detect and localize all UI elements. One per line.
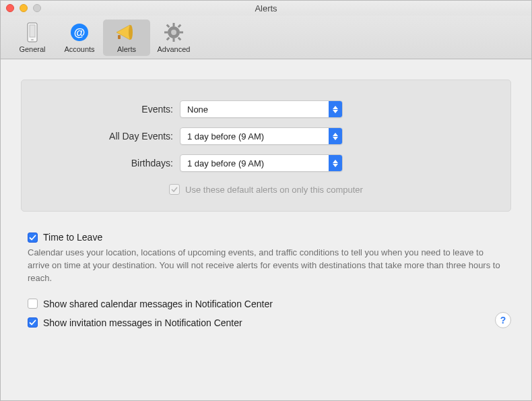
svg-rect-8 xyxy=(173,23,175,26)
lower-options: Time to Leave Calendar uses your locatio… xyxy=(21,212,511,328)
all-day-events-label: All Day Events: xyxy=(62,131,180,142)
events-popup-value: None xyxy=(180,104,329,115)
default-alerts-panel: Events: None All Day Events: 1 day befor… xyxy=(21,80,511,212)
chevron-up-down-icon xyxy=(329,101,342,117)
titlebar: Alerts xyxy=(1,1,531,16)
minimize-window-button[interactable] xyxy=(20,4,28,12)
svg-rect-14 xyxy=(166,37,170,41)
time-to-leave-description: Calendar uses your location, locations o… xyxy=(28,247,504,285)
svg-point-5 xyxy=(129,25,133,40)
svg-point-16 xyxy=(171,30,176,35)
tab-accounts[interactable]: @ Accounts xyxy=(56,20,103,56)
svg-rect-2 xyxy=(31,39,34,40)
svg-rect-12 xyxy=(166,24,170,28)
birthdays-label: Birthdays: xyxy=(62,158,180,168)
content-area: Events: None All Day Events: 1 day befor… xyxy=(1,59,531,400)
events-label: Events: xyxy=(62,104,180,115)
tab-alerts-label: Alerts xyxy=(103,45,150,53)
svg-rect-15 xyxy=(178,37,182,41)
svg-rect-10 xyxy=(164,32,168,34)
window-controls xyxy=(6,4,41,12)
shared-messages-checkbox[interactable] xyxy=(28,299,38,309)
row-events: Events: None xyxy=(62,100,470,118)
zoom-window-button xyxy=(33,4,41,12)
svg-rect-9 xyxy=(173,38,175,42)
use-default-alerts-checkbox xyxy=(169,184,180,195)
all-day-events-popup-value: 1 day before (9 AM) xyxy=(180,131,329,142)
birthdays-popup-value: 1 day before (9 AM) xyxy=(180,158,329,168)
svg-rect-6 xyxy=(118,35,121,39)
svg-rect-11 xyxy=(180,32,183,34)
help-button[interactable]: ? xyxy=(495,312,511,328)
use-default-alerts-row: Use these default alerts on only this co… xyxy=(62,184,470,195)
tab-alerts[interactable]: Alerts xyxy=(103,20,150,56)
tab-general-label: General xyxy=(9,45,56,53)
shared-messages-label: Show shared calendar messages in Notific… xyxy=(43,299,273,309)
time-to-leave-checkbox[interactable] xyxy=(28,233,38,243)
svg-rect-13 xyxy=(178,24,182,28)
time-to-leave-label: Time to Leave xyxy=(43,232,102,243)
invitation-messages-checkbox[interactable] xyxy=(28,317,38,328)
row-all-day-events: All Day Events: 1 day before (9 AM) xyxy=(62,127,470,145)
general-icon xyxy=(9,21,56,44)
toolbar: General @ Accounts Alerts xyxy=(1,16,531,59)
chevron-up-down-icon xyxy=(329,155,342,171)
advanced-icon xyxy=(150,21,197,44)
tab-advanced-label: Advanced xyxy=(150,45,197,53)
close-window-button[interactable] xyxy=(6,4,14,12)
events-popup[interactable]: None xyxy=(180,100,343,118)
chevron-up-down-icon xyxy=(329,128,342,144)
use-default-alerts-label: Use these default alerts on only this co… xyxy=(185,185,363,195)
birthdays-popup[interactable]: 1 day before (9 AM) xyxy=(180,154,343,172)
invitation-messages-row: Show invitation messages in Notification… xyxy=(28,317,504,328)
help-icon: ? xyxy=(500,315,506,326)
tab-general[interactable]: General xyxy=(9,20,56,56)
alerts-icon xyxy=(103,21,150,44)
all-day-events-popup[interactable]: 1 day before (9 AM) xyxy=(180,127,343,145)
window-title: Alerts xyxy=(1,3,531,13)
tab-accounts-label: Accounts xyxy=(56,45,103,53)
invitation-messages-label: Show invitation messages in Notification… xyxy=(43,317,242,328)
svg-text:@: @ xyxy=(74,26,86,39)
row-birthdays: Birthdays: 1 day before (9 AM) xyxy=(62,154,470,172)
tab-advanced[interactable]: Advanced xyxy=(150,20,197,56)
preferences-window: Alerts General @ Accounts xyxy=(0,0,532,401)
accounts-icon: @ xyxy=(56,21,103,44)
time-to-leave-row: Time to Leave xyxy=(28,232,504,243)
svg-rect-1 xyxy=(30,25,35,37)
shared-messages-row: Show shared calendar messages in Notific… xyxy=(28,299,504,309)
